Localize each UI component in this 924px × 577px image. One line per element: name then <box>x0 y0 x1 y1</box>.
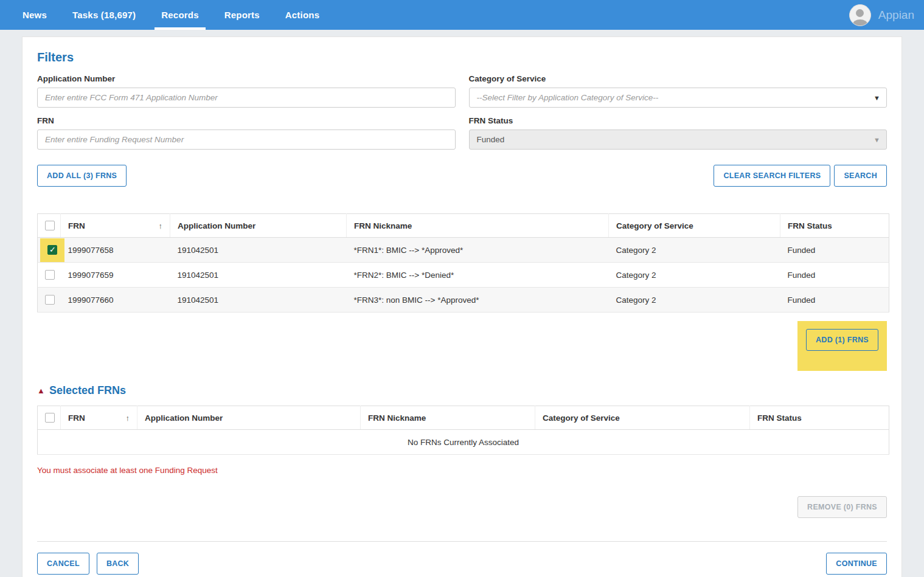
selected-frns-title: Selected FRNs <box>49 384 126 397</box>
back-button[interactable]: BACK <box>97 553 139 575</box>
category-of-service-value: --Select Filter by Application Category … <box>477 93 659 102</box>
filters-title: Filters <box>37 50 887 64</box>
search-button[interactable]: SEARCH <box>834 165 887 187</box>
selected-header-category: Category of Service <box>535 406 750 430</box>
main-panel: Filters Application Number Category of S… <box>22 36 902 577</box>
chevron-down-icon: ▼ <box>874 136 880 143</box>
frn-input[interactable] <box>37 130 456 150</box>
selected-header-frn-label: FRN <box>68 413 85 423</box>
validation-message: You must associate at least one Funding … <box>37 466 887 475</box>
frn-results-table: FRN ↑ Application Number FRN Nickname Ca… <box>37 213 889 313</box>
footer-divider <box>37 541 887 542</box>
frn-status-label: FRN Status <box>469 116 888 125</box>
nav-item-reports[interactable]: Reports <box>212 0 273 30</box>
category-of-service-select[interactable]: --Select Filter by Application Category … <box>469 88 888 108</box>
continue-button[interactable]: CONTINUE <box>826 553 887 575</box>
cell-nickname: *FRN1*: BMIC --> *Approved* <box>347 238 609 263</box>
category-of-service-label: Category of Service <box>469 74 888 83</box>
selected-header-nickname: FRN Nickname <box>361 406 535 430</box>
empty-state-message: No FRNs Currently Associated <box>38 430 889 455</box>
table-row: 1999077659 191042501 *FRN2*: BMIC --> *D… <box>38 263 889 288</box>
cell-status: Funded <box>780 288 889 313</box>
user-avatar[interactable] <box>849 4 871 26</box>
results-header-status: FRN Status <box>780 214 889 238</box>
clear-search-filters-button[interactable]: CLEAR SEARCH FILTERS <box>714 165 830 187</box>
frn-status-select: Funded ▼ <box>469 130 888 150</box>
results-header-category: Category of Service <box>609 214 780 238</box>
cell-application-number: 191042501 <box>170 238 347 263</box>
selected-header-row: FRN ↑ Application Number FRN Nickname Ca… <box>38 406 889 430</box>
appian-logo: Appian <box>878 9 914 22</box>
results-header-application-number: Application Number <box>170 214 347 238</box>
cell-category: Category 2 <box>609 288 780 313</box>
warning-triangle-icon: ▲ <box>37 387 45 395</box>
selected-frns-table: FRN ↑ Application Number FRN Nickname Ca… <box>37 406 889 455</box>
avatar-person-icon <box>853 19 867 26</box>
row-checkbox[interactable] <box>47 245 57 255</box>
cell-application-number: 191042501 <box>170 288 347 313</box>
results-header-frn[interactable]: FRN ↑ <box>61 214 170 238</box>
cell-nickname: *FRN2*: BMIC --> *Denied* <box>347 263 609 288</box>
avatar-person-icon <box>856 9 864 17</box>
select-all-checkbox[interactable] <box>45 221 55 230</box>
row-checkbox[interactable] <box>45 270 55 280</box>
cell-frn: 1999077660 <box>61 288 170 313</box>
nav-item-tasks[interactable]: Tasks (18,697) <box>60 0 148 30</box>
cell-application-number: 191042501 <box>170 263 347 288</box>
tutorial-highlight <box>40 238 64 262</box>
application-number-label: Application Number <box>37 74 456 83</box>
selected-header-frn[interactable]: FRN ↑ <box>61 406 137 430</box>
table-row: 1999077660 191042501 *FRN3*: non BMIC --… <box>38 288 889 313</box>
selected-header-application-number: Application Number <box>137 406 361 430</box>
empty-state-row: No FRNs Currently Associated <box>38 430 889 455</box>
remove-frns-button: REMOVE (0) FRNS <box>797 496 887 518</box>
cell-category: Category 2 <box>609 238 780 263</box>
sort-up-arrow-icon: ↑ <box>159 221 163 230</box>
cell-category: Category 2 <box>609 263 780 288</box>
cancel-button[interactable]: CANCEL <box>37 553 89 575</box>
cell-status: Funded <box>780 263 889 288</box>
cell-frn: 1999077658 <box>61 238 170 263</box>
sort-up-arrow-icon: ↑ <box>126 413 130 423</box>
nav-item-news[interactable]: News <box>10 0 60 30</box>
add-all-frns-button[interactable]: ADD ALL (3) FRNS <box>37 165 127 187</box>
table-row: 1999077658 191042501 *FRN1*: BMIC --> *A… <box>38 238 889 263</box>
nav-item-actions[interactable]: Actions <box>273 0 332 30</box>
frn-label: FRN <box>37 116 456 125</box>
chevron-down-icon: ▼ <box>874 94 880 102</box>
select-all-checkbox[interactable] <box>45 413 55 423</box>
filters-form: Application Number Category of Service -… <box>37 74 887 150</box>
frn-status-value: Funded <box>477 135 505 144</box>
results-header-nickname: FRN Nickname <box>347 214 609 238</box>
row-checkbox[interactable] <box>45 295 55 305</box>
results-header-frn-label: FRN <box>68 221 85 230</box>
application-number-input[interactable] <box>37 88 456 108</box>
cell-nickname: *FRN3*: non BMIC --> *Approved* <box>347 288 609 313</box>
tutorial-highlight: ADD (1) FRNS <box>797 321 887 371</box>
nav-item-records[interactable]: Records <box>148 0 211 30</box>
cell-frn: 1999077659 <box>61 263 170 288</box>
cell-status: Funded <box>780 238 889 263</box>
results-header-row: FRN ↑ Application Number FRN Nickname Ca… <box>38 214 889 238</box>
top-navigation: News Tasks (18,697) Records Reports Acti… <box>0 0 924 30</box>
selected-header-status: FRN Status <box>750 406 889 430</box>
add-frns-button[interactable]: ADD (1) FRNS <box>806 329 878 351</box>
